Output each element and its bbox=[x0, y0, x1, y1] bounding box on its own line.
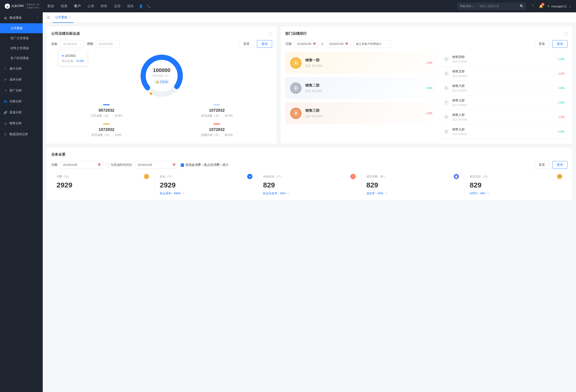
sidebar-sub[interactable]: 销售主管看板 bbox=[0, 43, 43, 53]
status-dot-icon bbox=[548, 5, 549, 7]
menu-item-icon: ◎ bbox=[4, 122, 7, 125]
checkbox-icon bbox=[106, 163, 109, 167]
period-select[interactable]: 请选择周期 bbox=[96, 40, 120, 48]
arrow-icon: ↑ bbox=[425, 87, 426, 90]
rank-title: 部门业绩排行 bbox=[285, 31, 307, 36]
dashboard-icon: ▦ bbox=[4, 16, 7, 20]
help-icon[interactable]: ⓘ bbox=[385, 191, 388, 196]
tab-company-board[interactable]: 公司看板 ✕ bbox=[53, 12, 74, 23]
target-card: 公司业绩目标达成 ⛶ 目标 请选择目标 周期 请选择周期 重置 查询 bbox=[47, 27, 277, 144]
topnav-运营[interactable]: 运营 bbox=[114, 4, 121, 8]
user-menu[interactable]: manager11 ⌄ bbox=[548, 4, 571, 8]
sidebar-item[interactable]: 🔗渠道分析 bbox=[0, 107, 43, 118]
stat-cell: 1072932应完成量（元）|8.9% bbox=[51, 123, 162, 137]
sidebar-item[interactable]: ↗推广分析 bbox=[0, 85, 43, 96]
arrow-icon: ↓ bbox=[557, 116, 558, 119]
topnav-财务[interactable]: 财务 bbox=[101, 4, 107, 8]
arrow-icon: ↑ bbox=[557, 101, 558, 104]
query-button[interactable]: 查询 bbox=[552, 40, 568, 48]
chevron-up-icon: ⌃ bbox=[36, 16, 39, 20]
rank-card: 部门业绩排行 ⛶ 日期 2018/01/08 至 2018/01/08 按工单客… bbox=[281, 27, 572, 144]
query-button[interactable]: 查询 bbox=[257, 40, 272, 48]
sidebar: ▦数据看板 ⌃ 公司看板推广主管看板销售主管看板客户经理看板 ▽漏斗分析⟳成本分… bbox=[0, 12, 43, 392]
help-icon[interactable]: ⓘ bbox=[182, 191, 185, 196]
target-select[interactable]: 请选择目标 bbox=[60, 40, 84, 48]
sidebar-sub[interactable]: 公司看板 bbox=[0, 23, 43, 33]
search-input[interactable] bbox=[477, 4, 517, 8]
logo-icon: ☁ bbox=[5, 3, 10, 9]
sidebar-sub[interactable]: 客户经理看板 bbox=[0, 53, 43, 63]
biz-cell: 机会（个）➤2929机会成本：¥948 ⓘ bbox=[155, 174, 258, 196]
chart-tooltip: ●1072932 所占比例：70.9% bbox=[58, 51, 87, 66]
arrow-icon: ↓ bbox=[425, 61, 426, 65]
biz-cell: 有效机会（个）🛡829机会有效率：80% ⓘ bbox=[258, 174, 361, 196]
menu-icon[interactable]: ☰ bbox=[47, 15, 50, 20]
help-icon[interactable]: ⓘ bbox=[287, 191, 290, 196]
rank-stat-select[interactable]: 按工单客户经理统计 bbox=[353, 40, 391, 48]
biz-title: 业务全景 bbox=[51, 152, 65, 157]
notification-icon[interactable]: 🔔5 bbox=[539, 4, 543, 8]
stat-cell: 1072932超额完成（元）|89.9% bbox=[162, 123, 272, 137]
search-type-select[interactable]: 手机号码⌄ bbox=[457, 4, 477, 8]
sidebar-group-data-board[interactable]: ▦数据看板 ⌃ bbox=[0, 12, 43, 23]
user-icon[interactable]: 👤 bbox=[139, 4, 143, 8]
biz-cell: 消费（元）💰2929 bbox=[51, 174, 155, 196]
rank-row: 9销售九部流水 ¥19020↑ 10% bbox=[441, 124, 568, 139]
metric-icon: ➤ bbox=[247, 174, 252, 179]
metric-icon: 💰 bbox=[144, 174, 149, 179]
query-button[interactable]: 查询 bbox=[552, 161, 568, 169]
logo-main: 云朵CRM bbox=[11, 4, 24, 8]
medal-icon: 1 bbox=[290, 57, 302, 69]
sidebar-item[interactable]: ⟳成本分析 bbox=[0, 74, 43, 85]
arrow-icon: ↑ bbox=[557, 87, 558, 90]
arrow-icon: ↑ bbox=[557, 130, 558, 133]
sidebar-sub[interactable]: 推广主管看板 bbox=[0, 33, 43, 43]
reset-button[interactable]: 重置 bbox=[239, 40, 254, 48]
rank-top-item: 1销售一部流水 ¥10,900↓ 12% bbox=[285, 52, 437, 74]
rank-date-from[interactable]: 2018/01/08 bbox=[294, 40, 318, 48]
sidebar-item[interactable]: 👣访客分析 bbox=[0, 96, 43, 107]
rank-row: 6销售六部流水 ¥19020↑ 10% bbox=[441, 81, 568, 95]
achieved-badge: 👍 已达成 bbox=[154, 79, 170, 84]
biz-date[interactable]: 2018/01/08 bbox=[60, 161, 103, 169]
expand-icon[interactable]: ⛶ bbox=[564, 32, 568, 36]
cash-checkbox[interactable]: 按现金消费（返点后消费）统计 bbox=[181, 163, 229, 167]
biz-card: 业务全景 日期 2018/01/08 与其他时间对比 2018/01/08 按现… bbox=[47, 148, 572, 200]
medal-icon: 2 bbox=[290, 82, 302, 94]
rank-row: 4销售四部流水 ¥19020↑ 10% bbox=[441, 52, 568, 66]
metric-icon: 💳 bbox=[557, 174, 562, 179]
topnav-报名[interactable]: 报名 bbox=[127, 4, 134, 8]
topnav-公海[interactable]: 公海 bbox=[87, 4, 94, 8]
topnav-线索[interactable]: 线索 bbox=[61, 4, 67, 8]
rank-row: 8销售八部流水 ¥19020↓ 12% bbox=[441, 110, 568, 124]
rank-date-to[interactable]: 2018/01/08 bbox=[327, 40, 350, 48]
close-icon[interactable]: ✕ bbox=[69, 16, 71, 19]
reset-button[interactable]: 重置 bbox=[534, 161, 549, 169]
sidebar-item[interactable]: ◎销售分析 bbox=[0, 118, 43, 129]
search-icon[interactable]: 🔍 bbox=[517, 4, 526, 8]
biz-date-compare[interactable]: 2018/01/08 bbox=[135, 161, 178, 169]
target-title: 公司业绩目标达成 bbox=[51, 31, 80, 36]
sidebar-item[interactable]: ⎘数据流转记录 bbox=[0, 129, 43, 140]
medal-icon: 3 bbox=[290, 108, 302, 119]
tabs: ☰ 公司看板 ✕ bbox=[43, 12, 576, 23]
main: ☰ 公司看板 ✕ 公司业绩目标达成 ⛶ 目标 请选择目标 周期 bbox=[43, 12, 576, 392]
mobile-icon[interactable]: 📱 bbox=[531, 4, 534, 8]
thumbs-up-icon: 👍 bbox=[155, 80, 159, 83]
metric-icon: 📋 bbox=[454, 174, 459, 179]
topnav-数据[interactable]: 数据 bbox=[48, 4, 54, 8]
compare-checkbox[interactable]: 与其他时间对比 bbox=[106, 163, 132, 167]
checkbox-icon bbox=[181, 163, 184, 167]
logo: ☁ 云朵CRM 教育机构一站 式服务云平台 bbox=[5, 3, 39, 9]
stat-cell: 1072932未完成量（元）|20.9% bbox=[162, 104, 272, 118]
sidebar-item[interactable]: ▽漏斗分析 bbox=[0, 63, 43, 74]
topnav-客户[interactable]: 客户 bbox=[74, 4, 81, 8]
biz-cell: 成交流水（元）💳829ARPU：¥80 ⓘ bbox=[464, 174, 568, 196]
help-icon[interactable]: ⓘ bbox=[487, 191, 489, 196]
rank-top-item: 2销售二部流水 ¥10,900↑ 10% bbox=[285, 77, 437, 99]
phone-icon[interactable]: 📞 bbox=[147, 4, 150, 8]
reset-button[interactable]: 重置 bbox=[534, 40, 549, 48]
expand-icon[interactable]: ⛶ bbox=[269, 32, 272, 36]
stat-cell: 8972932已完成量（元）|70.9% bbox=[51, 104, 162, 118]
topnav: 数据线索客户公海财务运营报名 bbox=[48, 4, 134, 8]
